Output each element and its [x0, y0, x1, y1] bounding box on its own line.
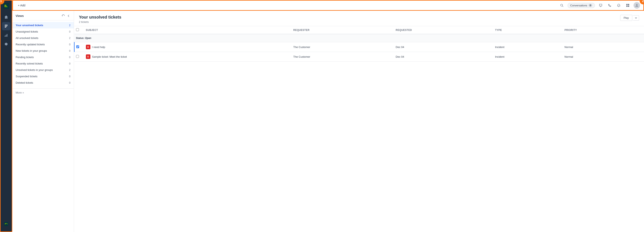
more-views-link[interactable]: More » — [12, 88, 74, 97]
row-requester-cell: The Customer — [290, 42, 392, 52]
svg-rect-4 — [5, 27, 6, 28]
ticket-subject: O Sample ticket: Meet the ticket — [86, 54, 287, 59]
view-item[interactable]: Unsolved tickets in your groups 2 — [12, 67, 74, 73]
column-header-type: Type — [492, 26, 561, 34]
view-item[interactable]: New tickets in your groups 0 — [12, 48, 74, 54]
view-item[interactable]: Deleted tickets 0 — [12, 79, 74, 86]
svg-rect-1 — [5, 25, 8, 25]
view-item-count: 0 — [69, 56, 70, 59]
table-row[interactable]: O I need help The Customer Dec 04 Incide… — [74, 42, 644, 52]
svg-rect-2 — [5, 26, 8, 26]
sidebar: 1 — [0, 0, 12, 232]
svg-rect-12 — [628, 4, 629, 5]
view-item-count: 0 — [69, 43, 70, 46]
sidebar-item-tickets[interactable] — [2, 22, 10, 30]
svg-line-10 — [562, 6, 563, 7]
view-item-count: 0 — [69, 81, 70, 84]
row-priority-cell: Normal — [561, 52, 644, 62]
view-item-count: 0 — [69, 49, 70, 52]
view-item-label: Your unsolved tickets — [16, 24, 43, 27]
play-dropdown-button[interactable] — [633, 15, 639, 21]
row-subject-cell: O Sample ticket: Meet the ticket — [82, 52, 290, 62]
sidebar-item-zendesk-bottom[interactable] — [2, 220, 10, 228]
svg-point-9 — [560, 4, 563, 6]
views-panel: Views Your unsolved ti — [12, 11, 74, 232]
sidebar-item-reporting[interactable] — [2, 31, 10, 39]
view-item[interactable]: Your unsolved tickets 2 — [12, 22, 74, 28]
row-checkbox[interactable] — [76, 55, 79, 58]
page-title: Your unsolved tickets — [79, 15, 121, 20]
view-item-count: 0 — [69, 62, 70, 65]
view-item-label: Deleted tickets — [16, 81, 33, 84]
svg-rect-7 — [7, 34, 8, 37]
tickets-count: 2 tickets — [79, 20, 121, 24]
column-header-requester: Requester — [290, 26, 392, 34]
ticket-type-icon: O — [86, 54, 90, 59]
conversations-count: 0 — [588, 4, 592, 7]
tickets-title-group: Your unsolved tickets 2 tickets — [79, 15, 121, 24]
sidebar-nav — [2, 13, 10, 220]
phone-icon[interactable] — [606, 2, 613, 9]
row-type-cell: Incident — [492, 52, 561, 62]
row-requested-cell: Dec 04 — [392, 42, 492, 52]
bell-icon[interactable] — [616, 2, 622, 9]
sidebar-item-home[interactable] — [2, 13, 10, 21]
ticket-subject: O I need help — [86, 45, 287, 49]
row-requested-cell: Dec 04 — [392, 52, 492, 62]
view-item-label: Recently solved tickets — [16, 62, 43, 65]
view-item[interactable]: Unassigned tickets 0 — [12, 28, 74, 35]
views-title: Views — [16, 14, 24, 18]
sidebar-logo[interactable] — [2, 2, 10, 10]
view-item[interactable]: Recently solved tickets 0 — [12, 60, 74, 67]
content-area: Views Your unsolved ti — [12, 11, 644, 232]
table-row[interactable]: O Sample ticket: Meet the ticket The Cus… — [74, 52, 644, 62]
row-checkbox[interactable] — [76, 45, 79, 48]
add-button[interactable]: + Add — [16, 3, 27, 8]
collapse-views-button[interactable] — [67, 14, 70, 18]
tickets-tbody: Status: Open O I need help The Customer … — [74, 34, 644, 62]
main-wrapper: + Add Conversations 0 — [12, 0, 644, 232]
view-item-count: 2 — [69, 37, 70, 40]
grid-icon[interactable] — [624, 2, 631, 9]
svg-rect-11 — [626, 4, 628, 5]
chat-icon[interactable] — [597, 2, 604, 9]
conversations-label: Conversations — [570, 4, 587, 7]
avatar[interactable] — [634, 2, 640, 9]
svg-rect-13 — [626, 6, 628, 7]
svg-rect-6 — [6, 35, 6, 37]
row-checkbox-cell — [74, 42, 82, 52]
view-item[interactable]: Recently updated tickets 0 — [12, 41, 74, 48]
view-item[interactable]: Pending tickets 0 — [12, 54, 74, 60]
play-button[interactable]: Play — [620, 15, 632, 21]
topbar: + Add Conversations 0 — [12, 0, 644, 11]
view-item-label: Suspended tickets — [16, 75, 38, 78]
ticket-type-icon: O — [86, 45, 90, 49]
tickets-panel: Your unsolved tickets 2 tickets Play — [74, 11, 644, 232]
conversations-button[interactable]: Conversations 0 — [568, 3, 595, 8]
status-row: Status: Open — [74, 34, 644, 42]
svg-rect-8 — [4, 222, 8, 226]
refresh-views-button[interactable] — [62, 14, 65, 18]
views-actions — [62, 14, 70, 18]
svg-rect-5 — [5, 36, 5, 37]
view-item[interactable]: Suspended tickets 0 — [12, 73, 74, 79]
select-all-checkbox[interactable] — [76, 28, 79, 31]
views-header: Views — [12, 11, 74, 20]
column-header-priority: Priority — [561, 26, 644, 34]
row-priority-cell: Normal — [561, 42, 644, 52]
sidebar-item-settings[interactable] — [2, 40, 10, 48]
svg-rect-3 — [5, 26, 7, 27]
svg-point-15 — [636, 4, 638, 6]
view-item-count: 0 — [69, 75, 70, 78]
tickets-table: Subject Requester Requested Type Priorit… — [74, 26, 644, 232]
column-header-requested: Requested — [392, 26, 492, 34]
view-item[interactable]: All unsolved tickets 2 — [12, 35, 74, 41]
view-item-label: All unsolved tickets — [16, 37, 38, 40]
search-icon[interactable] — [558, 2, 565, 9]
view-item-count: 2 — [69, 24, 70, 27]
svg-rect-14 — [628, 6, 629, 7]
view-item-label: New tickets in your groups — [16, 49, 47, 52]
badge-2: 2 — [640, 0, 644, 4]
select-all-header — [74, 26, 82, 34]
tickets-actions: Play — [620, 15, 639, 21]
